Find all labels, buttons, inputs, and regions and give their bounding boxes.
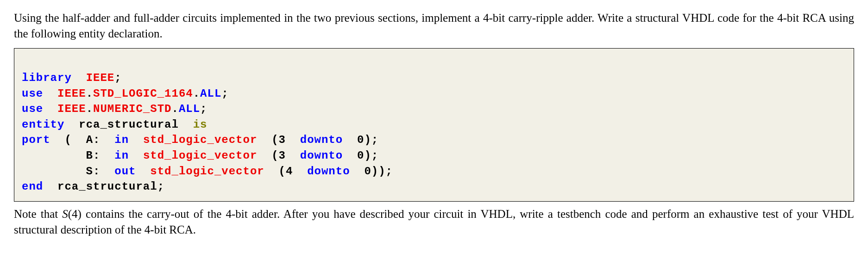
kw-slv: std_logic_vector xyxy=(150,165,264,178)
kw-use: use xyxy=(22,103,43,115)
semi: ; xyxy=(114,72,121,84)
kw-library: library xyxy=(22,72,72,84)
space xyxy=(343,149,357,162)
kw-port: port xyxy=(22,134,50,146)
outro-paragraph: Note that S(4) contains the carry-out of… xyxy=(14,206,854,238)
kw-all: ALL xyxy=(179,103,200,115)
kw-out: out xyxy=(114,165,136,178)
indent-b: B: xyxy=(22,149,100,162)
dot: . xyxy=(86,87,93,100)
kw-downto: downto xyxy=(300,134,343,146)
paren-a: ( A: xyxy=(64,134,100,146)
kw-entity: entity xyxy=(22,118,64,131)
entity-name: rca_structural xyxy=(79,118,179,131)
kw-ieee: IEEE xyxy=(57,87,86,100)
outro-s: S xyxy=(62,208,68,220)
range2: 0); xyxy=(357,149,378,162)
code-line-1: library IEEE; xyxy=(22,70,846,86)
dot: . xyxy=(86,103,93,115)
dot: . xyxy=(193,87,200,100)
kw-slv: std_logic_vector xyxy=(143,134,257,146)
range2: 0)); xyxy=(364,165,393,178)
space xyxy=(50,134,65,146)
code-line-3: use IEEE.NUMERIC_STD.ALL; xyxy=(22,101,846,117)
kw-ieee: IEEE xyxy=(86,72,115,84)
space xyxy=(100,165,114,178)
code-line-5: port ( A: in std_logic_vector (3 downto … xyxy=(22,132,846,148)
range1: (3 xyxy=(271,149,286,162)
intro-paragraph: Using the half-adder and full-adder circ… xyxy=(14,10,854,42)
outro-rest: (4) contains the carry-out of the 4-bit … xyxy=(14,208,854,236)
space xyxy=(43,87,57,100)
space xyxy=(286,134,300,146)
kw-ieee: IEEE xyxy=(57,103,86,115)
semi: ; xyxy=(157,180,164,193)
code-line-4: entity rca_structural is xyxy=(22,117,846,133)
space xyxy=(64,118,79,131)
space xyxy=(136,165,150,178)
space xyxy=(343,134,357,146)
range1: (3 xyxy=(271,134,286,146)
range2: 0); xyxy=(357,134,378,146)
kw-in: in xyxy=(114,149,129,162)
code-line-8: end rca_structural; xyxy=(22,179,846,195)
kw-in: in xyxy=(114,134,129,146)
code-empty-line xyxy=(22,55,846,71)
semi: ; xyxy=(200,103,207,115)
kw-stdlogic: STD_LOGIC_1164 xyxy=(93,87,193,100)
space xyxy=(264,165,279,178)
space xyxy=(350,165,365,178)
space xyxy=(293,165,307,178)
space xyxy=(129,149,143,162)
kw-all: ALL xyxy=(200,87,221,100)
range1: (4 xyxy=(279,165,293,178)
space xyxy=(179,118,193,131)
outro-before: Note that xyxy=(14,208,62,220)
space xyxy=(129,134,143,146)
semi: ; xyxy=(221,87,228,100)
dot: . xyxy=(171,103,178,115)
space xyxy=(257,149,271,162)
kw-is: is xyxy=(193,118,208,131)
kw-numeric: NUMERIC_STD xyxy=(93,103,171,115)
kw-use: use xyxy=(22,87,43,100)
space xyxy=(257,134,271,146)
kw-downto: downto xyxy=(300,149,343,162)
code-line-2: use IEEE.STD_LOGIC_1164.ALL; xyxy=(22,86,846,102)
kw-downto: downto xyxy=(307,165,350,178)
kw-slv: std_logic_vector xyxy=(143,149,257,162)
space xyxy=(100,149,114,162)
space xyxy=(43,180,57,193)
indent-s: S: xyxy=(22,165,100,178)
entity-name: rca_structural xyxy=(57,180,157,193)
code-line-7: S: out std_logic_vector (4 downto 0)); xyxy=(22,164,846,179)
code-block: library IEEE; use IEEE.STD_LOGIC_1164.AL… xyxy=(14,48,854,202)
kw-end: end xyxy=(22,180,43,193)
space xyxy=(286,149,300,162)
code-line-6: B: in std_logic_vector (3 downto 0); xyxy=(22,148,846,164)
space xyxy=(100,134,114,146)
space xyxy=(43,103,57,115)
space xyxy=(72,72,86,84)
